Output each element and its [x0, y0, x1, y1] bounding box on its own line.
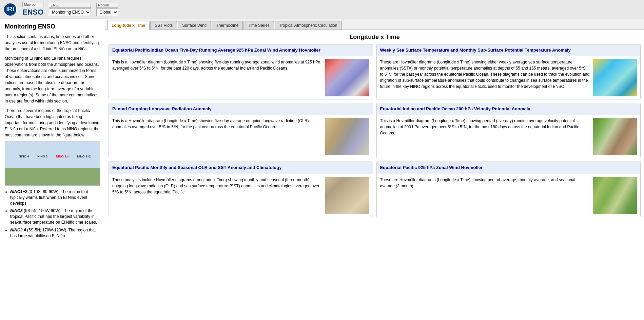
card-olr-header: Pentad Outgoing Longwave Radiation Anoma… [109, 103, 373, 115]
card-velocity-image [593, 118, 637, 155]
card-velocity-title[interactable]: Equatorial Indian and Pacific Ocean 200 … [380, 106, 637, 112]
enso-select[interactable]: Monitoring ENSO [49, 8, 91, 16]
tab-time-series[interactable]: Time Series [243, 21, 274, 30]
list-item: NINO3 (5S-5N; 150W-90W). The region of t… [10, 208, 100, 225]
card-weekly-sst-image [593, 59, 637, 96]
sidebar: Monitoring ENSO This section contains ma… [0, 19, 105, 319]
card-weekly-sst-text: These are Hovmöller diagrams (Longitude … [380, 59, 590, 96]
sidebar-para-3: There are several regions of the tropica… [5, 108, 100, 138]
tab-thermocline[interactable]: Thermocline [212, 21, 243, 30]
card-seasonal-olr-text: These analyses include Hovmöller diagram… [112, 177, 323, 214]
wind-map-visual [325, 59, 369, 96]
card-velocity-header: Equatorial Indian and Pacific Ocean 200 … [377, 103, 641, 115]
card-zonal-hovmoller-text: These are Hovmöller diagrams (Longitude … [380, 177, 590, 214]
nino34-label: NINO 3.4 [56, 155, 69, 158]
nino34-label-text: NINO3.4 [10, 228, 26, 232]
card-seasonal-olr-header: Equatorial Pacific Monthly and Seasonal … [109, 162, 373, 174]
iri-logo: IRI [3, 3, 17, 16]
card-olr-text: This is a Hovmöller diagram (Longitude x… [112, 118, 323, 155]
nino-list: NINO1+2 (0-10S, 80-90W). The region that… [5, 189, 100, 239]
card-olr-image [325, 118, 369, 155]
tab-sst-plots[interactable]: SST Plots [150, 21, 177, 30]
card-velocity-body: This is a Hovmöller diagram (Longitude x… [377, 115, 641, 158]
card-olr: Pentad Outgoing Longwave Radiation Anoma… [109, 103, 373, 158]
card-seasonal-olr-image [325, 177, 369, 214]
nino-map: NINO 4 NINO 3 NINO 3.4 NINO 1+2 [5, 142, 100, 186]
tab-tropical-atmospheric[interactable]: Tropical Atmospheric Circulation [275, 21, 342, 30]
card-velocity-text: This is a Hovmöller diagram (Longitude x… [380, 118, 590, 155]
enso-title: ENSO [22, 8, 43, 17]
nino-region-labels: NINO 4 NINO 3 NINO 3.4 NINO 1+2 [15, 155, 95, 158]
sst-map-visual [593, 59, 637, 96]
card-velocity: Equatorial Indian and Pacific Ocean 200 … [376, 103, 641, 158]
tab-surface-wind[interactable]: Surface Wind [178, 21, 211, 30]
card-zonal-wind-header: Equatorial Pacific/Indian Ocean Five-Day… [109, 44, 373, 56]
card-zonal-wind-body: This is a Hovmöller diagram (Longitude x… [109, 56, 373, 99]
card-zonal-wind-text: This is a Hovmöller diagram (Longitude x… [112, 59, 323, 96]
region-select[interactable]: Global [96, 8, 118, 16]
olr-map-visual [325, 118, 369, 155]
maproom-label: Maproom [22, 2, 43, 7]
card-seasonal-olr-title[interactable]: Equatorial Pacific Monthly and Seasonal … [112, 165, 369, 171]
header: IRI Maproom ENSO ENSO Monitoring ENSO Re… [0, 0, 644, 19]
nino12-label-text: NINO1+2 [10, 189, 27, 194]
content-title: Longitude x Time [105, 30, 644, 44]
card-weekly-sst-header: Weekly Sea Surface Temperature and Month… [377, 44, 641, 56]
nino4-label: NINO 4 [19, 155, 29, 158]
card-zonal-hovmoller-body: These are Hovmöller diagrams (Longitude … [377, 174, 641, 217]
card-zonal-wind-title[interactable]: Equatorial Pacific/Indian Ocean Five-Day… [112, 47, 369, 53]
card-olr-body: This is a Hovmöller diagram (Longitude x… [109, 115, 373, 158]
enso-label: ENSO [49, 3, 91, 8]
card-olr-title[interactable]: Pentad Outgoing Longwave Radiation Anoma… [112, 106, 369, 112]
card-zonal-hovmoller: Equatorial Pacific 925 hPa Zonal Wind Ho… [376, 162, 641, 217]
card-seasonal-olr: Equatorial Pacific Monthly and Seasonal … [109, 162, 373, 217]
card-zonal-hovmoller-image [593, 177, 637, 214]
card-weekly-sst-body: These are Hovmöller diagrams (Longitude … [377, 56, 641, 99]
nino3-label-text: NINO3 [10, 208, 23, 213]
sidebar-para-1: This section contains maps, time series … [5, 34, 100, 52]
nino3-text: (5S-5N; 150W-90W). The region of the tro… [10, 208, 97, 225]
sidebar-title: Monitoring ENSO [5, 23, 100, 30]
card-weekly-sst-title[interactable]: Weekly Sea Surface Temperature and Month… [380, 47, 637, 53]
velocity-map-visual [593, 118, 637, 155]
card-zonal-hovmoller-title[interactable]: Equatorial Pacific 925 hPa Zonal Wind Ho… [380, 165, 637, 171]
card-zonal-wind: Equatorial Pacific/Indian Ocean Five-Day… [109, 44, 373, 99]
card-weekly-sst: Weekly Sea Surface Temperature and Month… [376, 44, 641, 99]
sidebar-para-2: Monitoring of El Niño and La Niña requir… [5, 55, 100, 104]
enso-dropdown-group: ENSO Monitoring ENSO [49, 3, 91, 16]
main-layout: Monitoring ENSO This section contains ma… [0, 19, 644, 319]
tab-longitude-time[interactable]: Longitude x Time [107, 21, 150, 30]
cards-grid: Equatorial Pacific/Indian Ocean Five-Day… [105, 44, 644, 221]
card-zonal-wind-image [325, 59, 369, 96]
card-seasonal-olr-body: These analyses include Hovmöller diagram… [109, 174, 373, 217]
maproom-group: Maproom ENSO [22, 2, 43, 17]
nino-map-inner: NINO 4 NINO 3 NINO 3.4 NINO 1+2 [5, 142, 100, 185]
region-label: Region [96, 3, 118, 8]
nino12-label: NINO 1+2 [77, 155, 91, 158]
tab-bar: Longitude x Time SST Plots Surface Wind … [105, 19, 644, 30]
content-area: Longitude x Time SST Plots Surface Wind … [105, 19, 644, 319]
seasonal-map-visual [325, 177, 369, 214]
zonal-map-visual [593, 177, 637, 214]
nino3-label: NINO 3 [37, 155, 47, 158]
list-item: NINO1+2 (0-10S, 80-90W). The region that… [10, 189, 100, 206]
list-item: NINO3.4 (5S-5N; 170W-120W). The region t… [10, 227, 100, 239]
card-zonal-hovmoller-header: Equatorial Pacific 925 hPa Zonal Wind Ho… [377, 162, 641, 174]
region-dropdown-group: Region Global [96, 3, 118, 16]
